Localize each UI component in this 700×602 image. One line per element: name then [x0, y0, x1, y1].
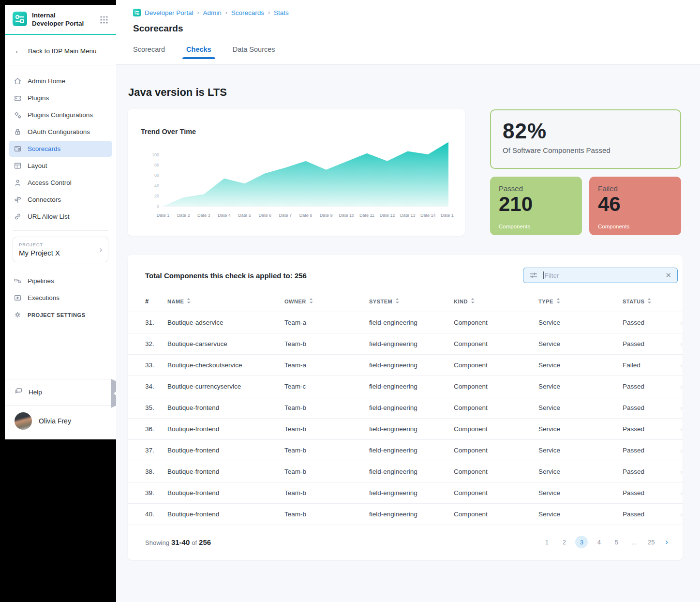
sidebar-item-oauth-configurations[interactable]: OAuth Configurations [9, 124, 112, 140]
back-to-idp-main-menu[interactable]: ← Back to IDP Main Menu [5, 35, 116, 65]
signpost-icon [14, 196, 22, 204]
cell-name: Boutique-checkoutservice [167, 361, 284, 369]
column-header-kind[interactable]: KIND [454, 298, 538, 304]
tab-data-sources[interactable]: Data Sources [233, 45, 275, 59]
cell-num: 34. [145, 383, 167, 390]
user-name: Olivia Frey [39, 417, 71, 425]
sort-icon[interactable] [647, 298, 651, 304]
arrow-left-icon: ← [15, 46, 22, 55]
page-2[interactable]: 2 [558, 536, 570, 548]
row-chevron-icon: › [673, 447, 683, 454]
sidebar-item-plugins-configurations[interactable]: Plugins Configurations [9, 107, 112, 123]
sidebar-item-admin-home[interactable]: Admin Home [9, 73, 112, 89]
sidebar-item-plugins[interactable]: Plugins [9, 90, 112, 106]
cell-type: Service [538, 489, 623, 497]
row-chevron-icon: › [673, 319, 683, 327]
close-icon[interactable]: ✕ [664, 271, 672, 280]
user-menu[interactable]: Olivia Frey [5, 405, 116, 439]
page-4[interactable]: 4 [593, 536, 605, 548]
svg-text:Date 3: Date 3 [197, 213, 210, 218]
page-1[interactable]: 1 [540, 536, 553, 548]
cell-type: Service [538, 361, 623, 369]
table-row[interactable]: 40.Boutique-frontendTeam-bfield-engineer… [128, 504, 683, 525]
next-page-icon[interactable]: › [665, 537, 668, 547]
column-label: STATUS [623, 299, 644, 304]
table-row[interactable]: 39.Boutique-frontendTeam-bfield-engineer… [128, 482, 683, 504]
layout-icon [14, 162, 22, 170]
table-row[interactable]: 34.Boutique-currencyserviceTeam-cfield-e… [128, 376, 683, 397]
cell-owner: Team-b [284, 447, 369, 454]
help-label: Help [29, 389, 42, 396]
apps-grid-icon[interactable] [99, 15, 109, 25]
cell-kind: Component [454, 489, 538, 497]
cell-owner: Team-c [284, 383, 369, 390]
filter-input[interactable] [545, 272, 665, 279]
sidebar-item-access-control[interactable]: Access Control [9, 175, 112, 191]
sort-icon[interactable] [556, 298, 560, 304]
cell-kind: Component [454, 511, 538, 518]
svg-text:Date 1: Date 1 [157, 213, 170, 218]
sidebar-item-label: OAuth Configurations [28, 128, 90, 135]
tab-scorecard[interactable]: Scorecard [133, 45, 165, 59]
sidebar-item-layout[interactable]: Layout [9, 158, 112, 174]
svg-text:Date 12: Date 12 [380, 213, 395, 218]
app-title: Internal Developer Portal [32, 12, 94, 28]
sidebar-item-project-settings[interactable]: PROJECT SETTINGS [9, 307, 112, 323]
sidebar-item-label: Connectors [28, 196, 61, 203]
sidebar-item-scorecards[interactable]: Scorecards [9, 141, 112, 157]
column-header-name[interactable]: NAME [167, 298, 284, 304]
breadcrumb-link-developer-portal[interactable]: Developer Portal [145, 9, 194, 16]
page-3[interactable]: 3 [575, 536, 588, 548]
page-5[interactable]: 5 [610, 536, 623, 548]
tab-checks[interactable]: Checks [186, 45, 211, 59]
page-25[interactable]: 25 [645, 536, 657, 548]
cell-type: Service [538, 319, 623, 326]
cell-name: Boutique-frontend [167, 489, 284, 497]
table-row[interactable]: 35.Boutique-frontendTeam-bfield-engineer… [128, 397, 683, 419]
sidebar-item-connectors[interactable]: Connectors [9, 192, 112, 208]
cell-kind: Component [454, 383, 538, 390]
showing-total: 256 [199, 538, 211, 546]
breadcrumb-link-stats[interactable]: Stats [274, 9, 289, 16]
column-header-owner[interactable]: OWNER [284, 298, 369, 304]
cell-system: field-engineering [369, 489, 454, 497]
sidebar-item-executions[interactable]: Executions [9, 290, 112, 306]
table-row[interactable]: 36.Boutique-frontendTeam-bfield-engineer… [128, 419, 683, 440]
table-row[interactable]: 38.Boutique-frontendTeam-bfield-engineer… [128, 461, 683, 482]
stats-column: 82% Of Software Components Passed Passed… [490, 109, 681, 236]
column-label: TYPE [538, 299, 553, 304]
cell-system: field-engineering [369, 383, 454, 390]
sort-icon[interactable] [471, 298, 475, 304]
sidebar-item-label: Plugins [28, 94, 49, 102]
svg-text:60: 60 [154, 173, 159, 178]
filter-box[interactable]: ✕ [523, 268, 678, 283]
cell-status: Failed [623, 361, 673, 369]
passed-value: 210 [499, 194, 573, 215]
column-header-[interactable]: # [145, 298, 167, 305]
cell-name: Boutique-frontend [167, 468, 284, 475]
column-header-type[interactable]: TYPE [538, 298, 623, 304]
breadcrumb-link-scorecards[interactable]: Scorecards [231, 9, 264, 16]
column-header-system[interactable]: SYSTEM [369, 298, 454, 304]
sidebar-menu: Admin HomePluginsPlugins ConfigurationsO… [5, 65, 116, 225]
sidebar-item-pipelines[interactable]: Pipelines [9, 273, 112, 289]
cell-owner: Team-b [284, 468, 369, 475]
help-button[interactable]: Help [5, 379, 116, 405]
failed-caption: Components [598, 224, 672, 229]
help-chat-icon [15, 387, 23, 397]
project-name: My Project X [19, 249, 100, 257]
table-row[interactable]: 31.Boutique-adserviceTeam-afield-enginee… [128, 312, 683, 333]
sort-icon[interactable] [187, 298, 191, 304]
breadcrumb-separator-icon: › [268, 9, 270, 16]
svg-text:Date 8: Date 8 [299, 213, 313, 218]
column-header-status[interactable]: STATUS [623, 298, 673, 304]
sort-icon[interactable] [309, 298, 313, 304]
project-selector[interactable]: PROJECT My Project X › [13, 237, 108, 262]
sidebar-item-url-allow-list[interactable]: URL Allow List [9, 209, 112, 225]
cell-status: Passed [623, 511, 673, 518]
table-row[interactable]: 37.Boutique-frontendTeam-bfield-engineer… [128, 440, 683, 461]
sort-icon[interactable] [395, 298, 399, 304]
table-row[interactable]: 32.Boutique-carservuceTeam-bfield-engine… [128, 333, 683, 355]
breadcrumb-link-admin[interactable]: Admin [203, 9, 222, 16]
table-row[interactable]: 33.Boutique-checkoutserviceTeam-afield-e… [128, 355, 683, 376]
